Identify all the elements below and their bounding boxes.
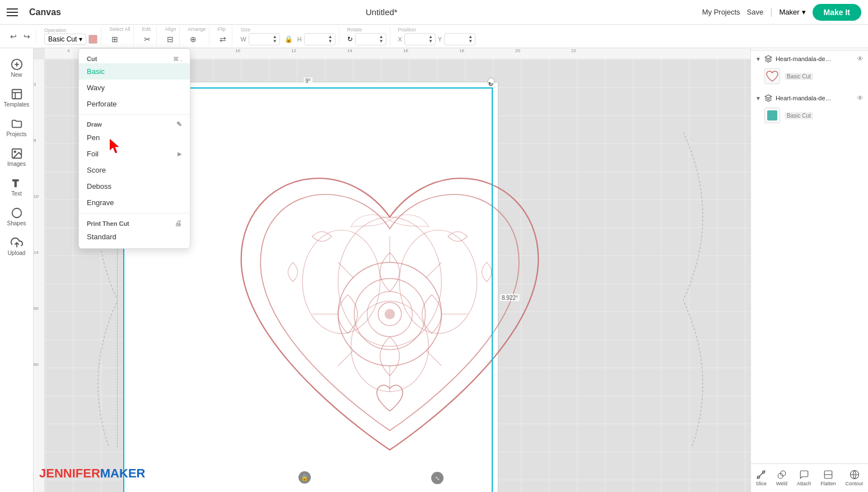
redo-button[interactable]: ↪ (21, 30, 32, 43)
contour-button[interactable]: Contour (843, 467, 866, 489)
layer-1-icon (764, 55, 772, 63)
contour-label: Contour (846, 481, 864, 486)
print-then-cut-label: Print Then Cut 🖨 (79, 216, 190, 229)
visibility-toggle-1[interactable]: 👁 (857, 55, 864, 63)
svg-point-7 (14, 151, 16, 152)
y-down[interactable]: ▼ (468, 39, 473, 44)
draw-foil-item[interactable]: Foil ▶ (79, 146, 190, 162)
layer-badge-1: Basic Cut (785, 73, 813, 80)
operation-dropdown: Cut ⌘ . Basic Wavy Perforate Draw ✎ Pen … (78, 48, 190, 249)
svg-rect-3 (12, 90, 21, 99)
menu-button[interactable] (7, 8, 18, 16)
select-all-button[interactable]: ⊞ (109, 33, 120, 46)
layer-badge-2: Basic Cut (785, 112, 813, 119)
cut-wavy-item[interactable]: Wavy (79, 80, 190, 96)
cut-section-label: Cut ⌘ . (79, 52, 190, 63)
attach-button[interactable]: Attach (795, 467, 814, 489)
dropdown-divider-1 (79, 114, 190, 115)
rotate-down[interactable]: ▼ (379, 39, 384, 44)
layer-2-header[interactable]: ▼ Heart-mandala-decal-jen... 👁 (751, 92, 868, 104)
save-button[interactable]: Save (747, 8, 764, 16)
size-label: Size (240, 27, 250, 33)
edit-button[interactable]: ✂ (142, 33, 153, 46)
layer-1-header[interactable]: ▼ Heart-mandala-decal-jen... 👁 (751, 53, 868, 65)
layer-1-child-1[interactable]: Basic Cut (751, 65, 868, 87)
draw-score-item[interactable]: Score (79, 162, 190, 178)
sidebar-label-templates: Templates (4, 101, 30, 108)
sidebar-item-projects[interactable]: Projects (1, 113, 32, 142)
submenu-arrow-icon: ▶ (178, 151, 182, 157)
lock-ratio-button[interactable]: 🔒 (282, 33, 295, 45)
x-down[interactable]: ▼ (428, 39, 433, 44)
resize-handle-bottom-right[interactable]: ⤡ (431, 472, 444, 484)
layer-2-child-1[interactable]: Basic Cut (751, 104, 868, 127)
sidebar-label-upload: Upload (8, 250, 26, 256)
cut-keyboard-shortcut: ⌘ . (173, 56, 182, 62)
attach-label: Attach (797, 481, 811, 486)
sidebar-item-upload[interactable]: Upload (1, 232, 32, 261)
width-input[interactable]: 9 (251, 35, 272, 43)
sidebar-item-shapes[interactable]: Shapes (1, 202, 32, 231)
print-standard-item[interactable]: Standard (79, 229, 190, 245)
slice-label: Slice (755, 481, 767, 486)
sidebar-item-images[interactable]: Images (1, 143, 32, 171)
layer-1-title: Heart-mandala-decal-jen... (776, 55, 832, 62)
rotate-handle[interactable]: ↻ (487, 77, 495, 85)
layer-2-icon (764, 94, 772, 102)
rotate-label: Rotate (347, 27, 362, 33)
layer-2-thumb (764, 108, 780, 123)
draw-pen-item[interactable]: Pen (79, 129, 190, 146)
weld-button[interactable]: Weld (774, 467, 790, 489)
align-button[interactable]: ⊟ (165, 33, 176, 46)
undo-button[interactable]: ↩ (8, 30, 19, 43)
flip-label: Flip (217, 26, 226, 32)
sidebar-label-shapes: Shapes (7, 220, 26, 226)
color-swatch[interactable] (88, 35, 97, 44)
position-label: Position (398, 27, 416, 33)
jennifer-maker-logo: JENNIFERMAKER (39, 466, 145, 481)
arrange-label: Arrange (188, 26, 206, 32)
maker-text: MAKER (100, 466, 146, 480)
canvas-lock-icon[interactable]: 🔒 (298, 471, 311, 484)
width-down[interactable]: ▼ (273, 39, 277, 44)
x-label: X (398, 36, 402, 43)
page-title: Untitled* (68, 7, 696, 17)
sidebar-item-new[interactable]: New (1, 54, 32, 82)
slice-button[interactable]: Slice (753, 467, 769, 489)
visibility-toggle-2[interactable]: 👁 (857, 94, 864, 102)
flip-button[interactable]: ⇄ (217, 33, 228, 46)
draw-deboss-item[interactable]: Deboss (79, 178, 190, 194)
rotate-input[interactable]: 0 (358, 35, 378, 43)
cut-perforate-item[interactable]: Perforate (79, 96, 190, 112)
chevron-down-icon: ▼ (755, 95, 761, 101)
height-down[interactable]: ▼ (328, 39, 333, 44)
layer-group-2: ▼ Heart-mandala-decal-jen... 👁 Basic Cut (751, 90, 868, 129)
operation-dropdown-trigger[interactable]: Basic Cut ▾ (44, 34, 86, 45)
arrange-button[interactable]: ⊕ (188, 33, 199, 46)
sidebar-label-images: Images (7, 161, 26, 167)
draw-edit-icon[interactable]: ✎ (176, 120, 182, 128)
left-sidebar: New Templates Projects Images T Text Sha… (0, 48, 34, 492)
y-input[interactable]: 9.201 (447, 35, 467, 43)
cut-guide-right (683, 104, 750, 447)
flatten-label: Flatten (820, 481, 836, 486)
jennifer-text: JENNIFER (39, 466, 100, 480)
make-it-button[interactable]: Make It (813, 4, 861, 21)
my-projects-link[interactable]: My Projects (702, 8, 740, 16)
svg-point-9 (12, 208, 21, 218)
x-input[interactable]: 9.254 (407, 35, 427, 43)
h-label: H (297, 36, 302, 43)
chevron-down-icon: ▼ (755, 56, 761, 62)
height-input[interactable]: 8.922 (307, 35, 327, 43)
cut-basic-item[interactable]: Basic (79, 63, 190, 80)
top-bar: Canvas Untitled* My Projects Save | Make… (0, 0, 868, 25)
draw-engrave-item[interactable]: Engrave (79, 194, 190, 211)
sidebar-item-text[interactable]: T Text (1, 173, 32, 201)
sidebar-item-templates[interactable]: Templates (1, 83, 32, 112)
sidebar-label-new: New (11, 72, 22, 78)
svg-text:T: T (12, 178, 18, 188)
align-label: Align (165, 26, 176, 32)
flatten-button[interactable]: Flatten (818, 467, 838, 489)
edit-label: Edit (142, 26, 151, 32)
maker-dropdown[interactable]: Maker ▾ (779, 8, 805, 16)
